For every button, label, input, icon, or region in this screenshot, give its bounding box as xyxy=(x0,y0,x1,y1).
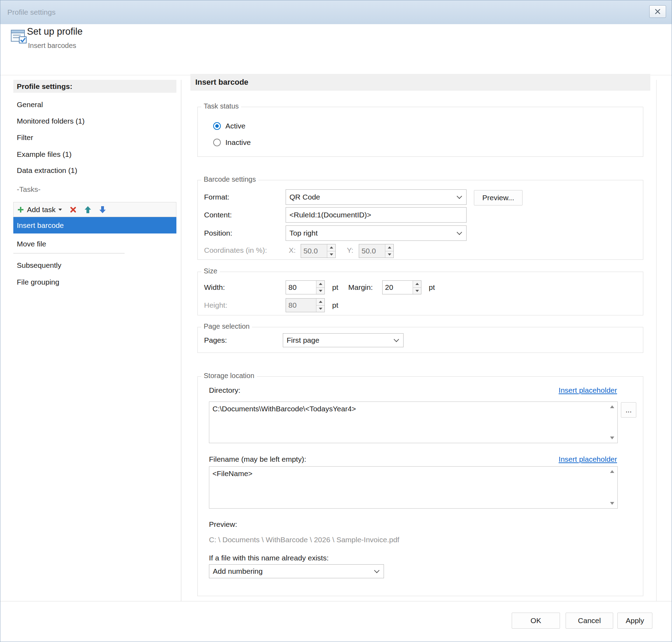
filename-value: <FileName> xyxy=(212,469,252,477)
width-unit: pt xyxy=(332,280,338,294)
height-value: 80 xyxy=(286,299,316,312)
directory-value: C:\Documents\WithBarcode\<TodaysYear4> xyxy=(212,405,356,413)
directory-label: Directory: xyxy=(209,385,240,395)
spinner-down-icon xyxy=(415,290,419,292)
width-spinner[interactable]: 80 xyxy=(286,280,325,294)
page-selection-group: Page selection Pages: First page xyxy=(197,327,643,353)
title-bar: Profile settings xyxy=(0,0,672,24)
margin-unit: pt xyxy=(429,280,435,294)
browse-directory-button[interactable]: ... xyxy=(621,402,636,418)
chevron-down-icon xyxy=(394,337,399,342)
task-status-group: Task status Active Inactive xyxy=(197,107,643,157)
add-icon xyxy=(17,206,24,213)
sidebar-item-data-extraction[interactable]: Data extraction (1) xyxy=(13,162,176,179)
add-task-button[interactable]: Add task xyxy=(17,205,62,214)
size-legend: Size xyxy=(201,267,220,275)
apply-button-label: Apply xyxy=(626,616,644,625)
spinner-down-button xyxy=(327,251,335,258)
sidebar-item-example-files[interactable]: Example files (1) xyxy=(13,146,176,162)
task-item-label: Move file xyxy=(17,240,46,248)
delete-task-button[interactable] xyxy=(70,206,77,213)
barcode-settings-legend: Barcode settings xyxy=(201,175,258,183)
close-button[interactable] xyxy=(649,5,666,18)
scroll-up-icon[interactable] xyxy=(610,405,614,408)
move-up-icon xyxy=(84,206,91,214)
spinner-down-icon xyxy=(330,253,333,256)
preview-button[interactable]: Preview... xyxy=(474,190,523,205)
format-select[interactable]: QR Code xyxy=(286,189,467,205)
sidebar-item-label: Data extraction (1) xyxy=(17,166,77,175)
sidebar-item-monitored-folders[interactable]: Monitored folders (1) xyxy=(13,113,176,129)
task-status-legend: Task status xyxy=(201,102,241,110)
content-value: <RuleId:1(DocumentID)> xyxy=(289,211,371,219)
spinner-up-button xyxy=(327,244,335,251)
scroll-down-icon[interactable] xyxy=(610,437,614,439)
chevron-down-icon xyxy=(374,568,380,573)
tasks-section-text: -Tasks- xyxy=(17,185,41,194)
margin-value[interactable]: 20 xyxy=(383,281,413,294)
page-title: Set up profile xyxy=(27,26,83,37)
spinner-buttons xyxy=(316,281,324,294)
sidebar-item-label: Example files (1) xyxy=(17,150,71,159)
add-task-dropdown-icon xyxy=(58,209,62,211)
chevron-down-icon xyxy=(457,194,462,199)
sidebar-divider xyxy=(181,80,181,601)
insert-placeholder-link-directory[interactable]: Insert placeholder xyxy=(559,385,617,395)
margin-spinner[interactable]: 20 xyxy=(382,280,421,294)
spinner-buttons xyxy=(316,299,324,312)
spinner-up-button[interactable] xyxy=(316,281,324,287)
spinner-down-button[interactable] xyxy=(316,287,324,294)
sidebar-item-file-grouping[interactable]: File grouping xyxy=(13,274,176,290)
browse-button-label: ... xyxy=(625,406,632,414)
cancel-button-label: Cancel xyxy=(578,616,601,625)
task-item-insert-barcode[interactable]: Insert barcode xyxy=(13,217,176,233)
inactive-radio-label[interactable]: Inactive xyxy=(225,138,251,147)
pages-select[interactable]: First page xyxy=(283,333,404,347)
active-radio-row: Active xyxy=(213,120,245,132)
add-task-label: Add task xyxy=(27,205,56,214)
width-value[interactable]: 80 xyxy=(286,281,316,294)
sidebar-item-label: Monitored folders (1) xyxy=(17,117,85,125)
spinner-down-icon xyxy=(388,253,391,256)
spinner-down-button[interactable] xyxy=(413,287,421,294)
sidebar-item-subsequently[interactable]: Subsequently xyxy=(13,257,176,273)
filename-label: Filename (may be left empty): xyxy=(209,454,306,464)
page-subtitle: Insert barcodes xyxy=(28,42,76,50)
spinner-up-button xyxy=(316,299,324,305)
position-value: Top right xyxy=(289,229,318,237)
task-item-move-file[interactable]: Move file xyxy=(13,236,176,252)
sidebar-item-label: Subsequently xyxy=(17,261,61,270)
preview-path: C: \ Documents \ WithBarcode \ 2026 \ Sa… xyxy=(209,535,399,545)
format-value: QR Code xyxy=(289,193,320,201)
insert-placeholder-link-filename[interactable]: Insert placeholder xyxy=(559,454,617,464)
sidebar-item-general[interactable]: General xyxy=(13,97,176,113)
apply-button[interactable]: Apply xyxy=(617,613,652,629)
move-task-up-button[interactable] xyxy=(84,206,91,214)
spinner-up-button[interactable] xyxy=(413,281,421,287)
active-radio[interactable] xyxy=(213,122,221,130)
preview-button-label: Preview... xyxy=(482,194,514,202)
move-task-down-button[interactable] xyxy=(99,206,106,214)
content-label: Content: xyxy=(204,207,232,223)
height-spinner: 80 xyxy=(286,298,325,312)
inactive-radio[interactable] xyxy=(213,139,221,146)
cancel-button[interactable]: Cancel xyxy=(566,613,613,629)
position-select[interactable]: Top right xyxy=(286,225,467,241)
filename-input[interactable]: <FileName> xyxy=(209,466,618,509)
scroll-down-icon[interactable] xyxy=(610,502,614,505)
sidebar-item-filter[interactable]: Filter xyxy=(13,130,176,146)
pages-value: First page xyxy=(287,336,319,344)
close-icon xyxy=(654,9,661,14)
content-input[interactable]: <RuleId:1(DocumentID)> xyxy=(286,207,467,223)
scroll-up-icon[interactable] xyxy=(610,470,614,473)
file-exists-select[interactable]: Add numbering xyxy=(209,564,384,578)
ok-button[interactable]: OK xyxy=(512,613,560,629)
directory-input[interactable]: C:\Documents\WithBarcode\<TodaysYear4> xyxy=(209,402,618,443)
chevron-down-icon xyxy=(457,230,462,235)
storage-location-legend: Storage location xyxy=(201,372,257,380)
active-radio-label[interactable]: Active xyxy=(225,122,245,130)
spinner-buttons xyxy=(327,244,335,258)
storage-location-group: Storage location Directory: Insert place… xyxy=(197,376,643,596)
position-label: Position: xyxy=(204,225,232,241)
height-label: Height: xyxy=(204,298,227,312)
